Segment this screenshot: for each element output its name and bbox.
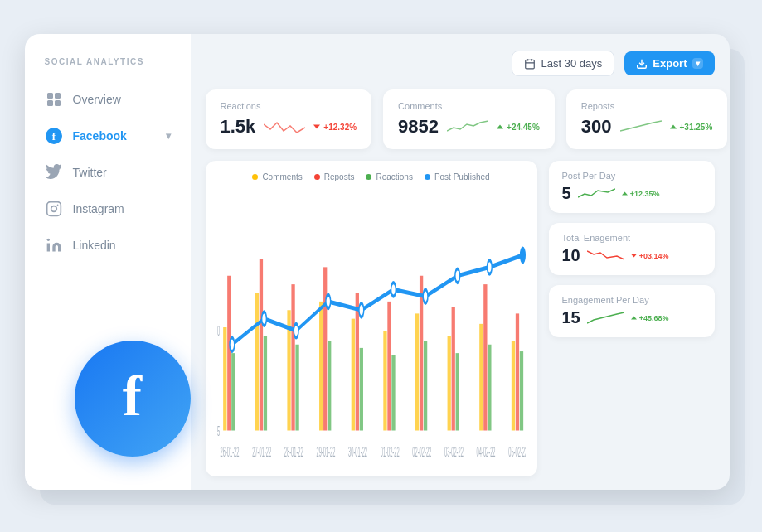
svg-text:0: 0 [217, 324, 220, 340]
legend-dot [314, 174, 320, 180]
svg-text:29-01-22: 29-01-22 [316, 444, 335, 460]
svg-text:03-02-22: 03-02-22 [444, 444, 463, 460]
main-chart-svg: 5 0 26-01-22 27-01-22 28-01-22 29-01-22 … [217, 190, 526, 465]
facebook-brand-letter: f [123, 367, 142, 430]
sidebar-item-facebook[interactable]: f Facebook ▾ [25, 118, 191, 154]
chevron-down-icon: ▾ [166, 130, 171, 142]
sidebar-item-label: Overview [73, 93, 121, 106]
svg-text:5: 5 [217, 423, 220, 439]
stat-value: 300 [581, 116, 612, 138]
svg-marker-72 [631, 254, 637, 257]
svg-marker-16 [313, 125, 320, 129]
sidebar-item-label: Twitter [73, 166, 107, 179]
svg-rect-27 [295, 345, 298, 431]
legend-dot [425, 174, 430, 180]
export-icon [636, 58, 648, 70]
svg-rect-21 [231, 353, 235, 430]
metric-label: Total Enagement [562, 233, 701, 243]
sparkline-post-per-day [578, 186, 615, 202]
svg-rect-2 [47, 100, 53, 106]
legend-label: Reactions [376, 172, 412, 181]
export-chevron-icon: ▾ [692, 58, 703, 69]
svg-text:01-02-22: 01-02-22 [380, 444, 399, 460]
svg-rect-6 [46, 202, 61, 216]
svg-point-58 [520, 249, 525, 263]
main-content: Last 30 days Export ▾ Reactions [191, 34, 730, 490]
metric-value: 10 [562, 246, 580, 265]
svg-rect-26 [291, 284, 294, 430]
sidebar-item-twitter[interactable]: Twitter [25, 154, 191, 191]
svg-rect-28 [319, 302, 323, 431]
legend-reposts: Reposts [314, 172, 355, 181]
grid-icon [45, 90, 63, 109]
legend-comments: Comments [252, 172, 302, 181]
stat-change: +31.25% [670, 123, 713, 132]
sparkline-engagement-per-day [587, 310, 624, 326]
sparkline-total-engagement [587, 248, 624, 264]
svg-text:27-01-22: 27-01-22 [252, 444, 271, 460]
svg-rect-47 [515, 313, 518, 430]
svg-rect-38 [419, 276, 422, 431]
svg-rect-39 [423, 341, 426, 431]
svg-point-57 [487, 260, 492, 274]
svg-text:f: f [51, 130, 56, 143]
stats-row: Reactions 1.5k +12.32% Comments [206, 89, 715, 149]
stat-label: Reactions [221, 101, 357, 111]
linkedin-icon [45, 236, 63, 254]
sidebar-item-linkedin[interactable]: Linkedin [25, 227, 191, 264]
sidebar-item-label: Facebook [73, 129, 127, 143]
svg-point-10 [46, 239, 49, 241]
sparkline-reposts [620, 118, 662, 136]
svg-rect-0 [47, 93, 53, 99]
svg-point-49 [230, 337, 235, 351]
sparkline-comments [447, 118, 488, 136]
svg-point-7 [51, 206, 56, 212]
svg-rect-43 [479, 324, 483, 431]
sidebar-item-label: Linkedin [73, 239, 116, 252]
svg-rect-36 [391, 355, 395, 430]
metric-total-engagement: Total Enagement 10 +03.14% [549, 223, 715, 275]
stat-card-reactions: Reactions 1.5k +12.32% [206, 89, 372, 149]
svg-marker-18 [670, 125, 677, 129]
stat-change: +24.45% [497, 123, 540, 132]
svg-rect-37 [415, 313, 418, 430]
svg-rect-44 [483, 284, 487, 430]
svg-rect-3 [55, 100, 61, 106]
sidebar-item-overview[interactable]: Overview [25, 81, 191, 118]
export-button[interactable]: Export ▾ [624, 51, 714, 75]
metric-engagement-per-day: Engagement Per Day 15 +45.68% [549, 285, 715, 337]
svg-rect-20 [227, 276, 231, 431]
metric-value: 15 [562, 308, 580, 327]
legend-dot [252, 174, 258, 180]
svg-point-56 [454, 268, 459, 283]
sidebar-item-label: Instagram [73, 202, 124, 215]
svg-text:30-01-22: 30-01-22 [348, 444, 367, 460]
svg-point-8 [56, 205, 58, 206]
sparkline-reactions [264, 118, 305, 136]
svg-text:28-01-22: 28-01-22 [284, 444, 303, 460]
sidebar-title: SOCIAL ANALYTICS [25, 57, 191, 81]
svg-rect-41 [451, 307, 454, 430]
stat-value: 1.5k [221, 116, 256, 138]
svg-rect-24 [263, 336, 266, 430]
instagram-icon [45, 200, 63, 218]
svg-point-55 [423, 289, 428, 303]
svg-rect-9 [46, 244, 49, 252]
date-range-label: Last 30 days [541, 57, 603, 70]
svg-rect-34 [383, 331, 386, 430]
date-range-button[interactable]: Last 30 days [512, 51, 615, 76]
legend-label: Post Published [434, 172, 490, 181]
bottom-section: Comments Reposts Reactions Post Pub [206, 161, 715, 476]
svg-rect-46 [511, 341, 514, 431]
svg-rect-45 [488, 345, 491, 431]
svg-point-51 [294, 324, 298, 338]
metric-value: 5 [562, 184, 571, 203]
svg-rect-19 [223, 327, 226, 431]
sidebar-item-instagram[interactable]: Instagram [25, 191, 191, 227]
right-panel: Post Per Day 5 +12.35% [549, 161, 715, 476]
svg-text:05-02-22: 05-02-22 [508, 444, 526, 460]
svg-point-53 [358, 303, 363, 317]
svg-marker-73 [631, 316, 637, 319]
metric-change: +45.68% [631, 314, 669, 322]
svg-rect-48 [519, 351, 522, 430]
